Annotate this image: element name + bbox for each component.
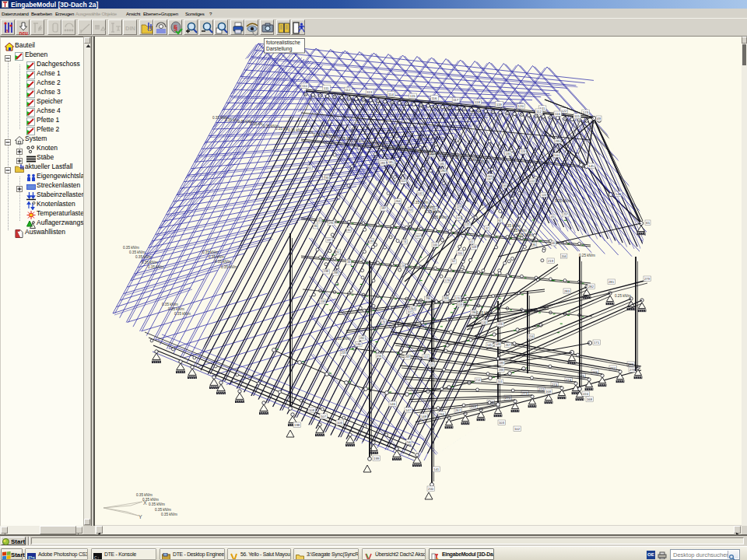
svg-text:0.35 kN/m: 0.35 kN/m [425,210,441,214]
svg-text:0.35 kN/m: 0.35 kN/m [412,201,429,205]
svg-text:291: 291 [329,222,334,225]
svg-text:204: 204 [562,255,566,258]
svg-text:100: 100 [554,154,559,157]
svg-text:93: 93 [325,177,328,180]
svg-text:103: 103 [499,421,505,425]
svg-text:43: 43 [551,215,554,219]
svg-text:197: 197 [327,239,331,242]
svg-text:123: 123 [583,110,589,114]
svg-text:283: 283 [381,162,385,165]
svg-text:0.35 kN/m: 0.35 kN/m [148,265,164,269]
svg-text:278: 278 [630,368,636,372]
svg-text:116: 116 [432,96,438,100]
svg-text:201: 201 [497,380,502,383]
svg-text:0.35 kN: 0.35 kN [251,122,263,126]
svg-text:198: 198 [294,423,300,427]
svg-text:Darstellung: Darstellung [266,46,293,52]
svg-text:0.35 kN/m: 0.35 kN/m [335,337,351,341]
svg-text:264: 264 [395,200,400,203]
svg-text:118: 118 [475,100,481,104]
svg-text:0.35 kN: 0.35 kN [377,143,389,147]
svg-text:neu: neu [19,30,29,36]
svg-text:271: 271 [522,391,528,395]
svg-text:41: 41 [470,240,473,243]
svg-text:0.35 kN: 0.35 kN [426,152,439,156]
svg-text:0.35 kN/m: 0.35 kN/m [149,502,165,506]
svg-text:65: 65 [646,221,650,225]
svg-text:185: 185 [388,161,393,164]
svg-text:30: 30 [347,229,350,232]
svg-text:256: 256 [377,355,381,358]
svg-text:196: 196 [471,311,475,314]
svg-text:267: 267 [455,408,461,412]
svg-text:0.35 kN/m: 0.35 kN/m [162,303,178,306]
svg-text:0.35 kN: 0.35 kN [452,156,465,159]
svg-text:0.35 kN/m: 0.35 kN/m [510,229,527,233]
svg-text:86: 86 [533,243,536,247]
svg-text:117: 117 [453,98,459,102]
svg-text:145: 145 [487,344,492,347]
svg-text:119: 119 [458,303,462,306]
svg-text:57: 57 [457,217,460,220]
svg-text:124: 124 [542,194,546,197]
svg-text:296: 296 [426,297,430,300]
svg-text:56: 56 [503,184,506,187]
svg-text:224: 224 [583,392,589,396]
svg-text:a: a [5,28,9,33]
svg-text:0.35 kN: 0.35 kN [225,118,237,122]
svg-text:62: 62 [452,260,455,263]
svg-text:239: 239 [443,297,447,300]
svg-text:281: 281 [608,280,615,284]
svg-text:170: 170 [455,297,460,300]
svg-text:185: 185 [440,163,444,166]
svg-text:Ps: Ps [28,555,35,560]
svg-text:109: 109 [472,246,476,249]
svg-text:0.35 kN/m: 0.35 kN/m [209,255,225,259]
svg-text:141: 141 [433,467,440,471]
svg-text:124: 124 [521,150,525,153]
svg-text:0.35 kN/m: 0.35 kN/m [136,493,153,497]
svg-text:222: 222 [530,180,535,183]
svg-text:121: 121 [429,363,433,366]
svg-text:171: 171 [594,341,600,345]
svg-text:0.35 kN/m: 0.35 kN/m [123,246,139,250]
svg-text:197: 197 [487,178,492,181]
svg-text:0.35 kN/m: 0.35 kN/m [129,250,146,254]
svg-text:114: 114 [388,93,395,96]
svg-text:DIN: DIN [125,25,135,32]
svg-text:282: 282 [588,285,594,289]
svg-text:0.35 kN: 0.35 kN [300,131,313,135]
svg-text:187: 187 [381,207,386,210]
svg-text:70: 70 [382,320,385,324]
svg-text:C:: C: [94,555,100,560]
svg-text:136: 136 [506,152,510,156]
svg-text:167: 167 [416,235,420,238]
svg-text:0.35 kN/m: 0.35 kN/m [161,513,177,516]
svg-text:102: 102 [514,427,521,431]
svg-text:111: 111 [324,86,329,90]
svg-text:46: 46 [552,242,555,245]
svg-text:X: X [143,500,147,506]
svg-text:148: 148 [421,415,427,418]
svg-text:283: 283 [564,289,570,293]
svg-text:122: 122 [561,109,567,113]
svg-text:102: 102 [401,180,405,183]
svg-text:280: 280 [440,170,445,173]
svg-text:§: § [174,23,177,31]
svg-text:107: 107 [407,310,412,313]
svg-text:74: 74 [403,240,406,243]
svg-text:110: 110 [302,84,308,88]
svg-text:0.35 kN/m: 0.35 kN/m [215,260,231,264]
svg-text:238: 238 [324,270,328,273]
svg-text:257: 257 [563,213,568,216]
svg-text:0.35 kN/m: 0.35 kN/m [504,224,521,228]
svg-text:45: 45 [317,219,321,222]
svg-text:Y: Y [139,514,142,520]
svg-text:242: 242 [418,192,423,195]
svg-text:61: 61 [308,166,311,170]
svg-text:40: 40 [370,240,373,243]
svg-text:0.25 kN/m: 0.25 kN/m [579,254,595,257]
svg-text:200: 200 [428,487,434,491]
svg-text:0.35 kN: 0.35 kN [351,139,363,143]
svg-text:269: 269 [405,355,409,359]
